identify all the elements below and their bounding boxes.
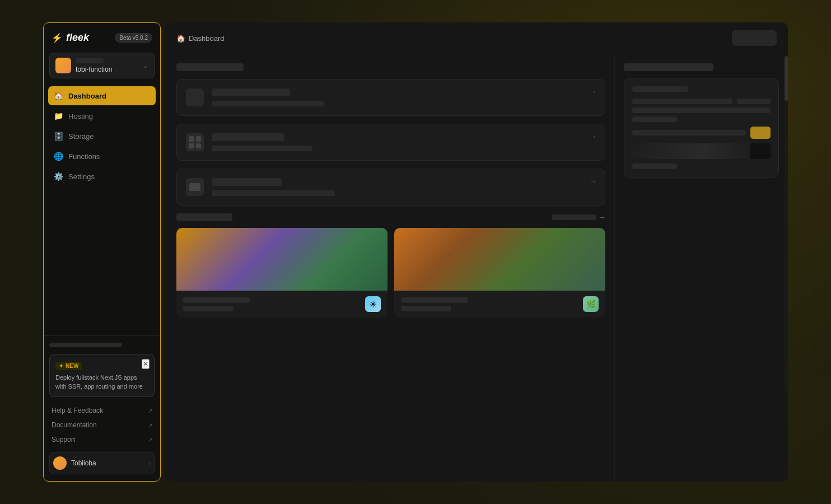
service-card-subtitle-2 bbox=[212, 146, 312, 151]
external-link-icon-3: ↗ bbox=[148, 437, 152, 443]
home-icon: 🏠 bbox=[54, 91, 63, 100]
service-card-icon-3 bbox=[186, 178, 204, 196]
right-card-badge bbox=[750, 127, 771, 139]
template-name-2 bbox=[401, 297, 468, 303]
right-panel-card bbox=[624, 78, 779, 178]
sidebar-item-label-settings: Settings bbox=[68, 172, 95, 181]
storage-icon: 🗄️ bbox=[54, 132, 63, 141]
promo-bar bbox=[49, 343, 122, 347]
breadcrumb: 🏠 Dashboard bbox=[176, 34, 225, 43]
footer-links: Help & Feedback ↗ Documentation ↗ Suppor… bbox=[49, 404, 155, 446]
section-title-skeleton bbox=[176, 63, 244, 71]
right-card-stat-1 bbox=[632, 99, 732, 104]
template-card-info-2 bbox=[401, 297, 468, 311]
header-action-button[interactable] bbox=[732, 30, 777, 46]
service-card-1[interactable]: → bbox=[176, 79, 605, 116]
service-card-title-3 bbox=[212, 178, 282, 186]
right-card-stat-4 bbox=[632, 116, 677, 122]
service-card-2[interactable]: → bbox=[176, 124, 605, 161]
right-card-stats-row bbox=[632, 99, 771, 104]
main-content: 🏠 Dashboard → bbox=[165, 22, 788, 482]
service-card-arrow-3: → bbox=[589, 177, 597, 186]
chevron-down-icon: ⌄ bbox=[143, 62, 148, 69]
sidebar-item-settings[interactable]: ⚙️ Settings bbox=[48, 167, 156, 186]
avatar bbox=[53, 456, 67, 470]
sidebar-item-functions[interactable]: 🌐 Functions bbox=[48, 147, 156, 166]
view-all-arrow-icon: → bbox=[599, 213, 605, 221]
settings-icon: ⚙️ bbox=[54, 172, 63, 181]
template-card-2[interactable]: 🌿 bbox=[394, 228, 605, 318]
documentation-link[interactable]: Documentation ↗ bbox=[49, 418, 155, 432]
version-badge: Beta v5.0.2 bbox=[115, 33, 152, 43]
project-selector[interactable]: tobi-function ⌄ bbox=[49, 53, 155, 78]
sidebar-item-label-functions: Functions bbox=[68, 152, 100, 161]
service-card-title-2 bbox=[212, 133, 284, 141]
scrollbar[interactable] bbox=[785, 56, 788, 392]
user-name: Tobiloba bbox=[71, 459, 144, 467]
main-header: 🏠 Dashboard bbox=[165, 22, 788, 54]
service-card-icon-1 bbox=[186, 88, 204, 106]
project-info: tobi-function bbox=[76, 58, 138, 73]
template-card-info-1 bbox=[183, 297, 250, 311]
breadcrumb-home-icon: 🏠 bbox=[176, 34, 185, 43]
right-card-stats-row-2 bbox=[632, 108, 771, 113]
template-card-gradient-1 bbox=[176, 228, 388, 291]
functions-icon: 🌐 bbox=[54, 152, 63, 161]
sidebar-item-label-dashboard: Dashboard bbox=[68, 92, 106, 100]
logo-icon: ⚡ bbox=[52, 32, 63, 43]
right-panel bbox=[614, 54, 788, 482]
template-app-icon-2: 🌿 bbox=[583, 296, 599, 312]
external-link-icon: ↗ bbox=[148, 408, 152, 414]
sidebar-item-label-hosting: Hosting bbox=[68, 112, 93, 120]
app-logo: ⚡ fleek bbox=[52, 32, 89, 44]
service-card-arrow-1: → bbox=[589, 87, 597, 96]
user-profile[interactable]: Tobiloba › bbox=[49, 452, 155, 474]
new-feature-banner: ✦ NEW ✕ Deploy fullstack Next.JS apps wi… bbox=[49, 354, 155, 397]
right-card-footer-stat bbox=[632, 164, 677, 169]
service-card-content-1 bbox=[212, 88, 596, 106]
banner-close-button[interactable]: ✕ bbox=[142, 359, 150, 369]
template-app-icon-1: ☀ bbox=[365, 296, 381, 312]
sidebar-nav: 🏠 Dashboard 📁 Hosting 🗄️ Storage 🌐 Funct… bbox=[44, 86, 160, 335]
external-link-icon-2: ↗ bbox=[148, 422, 152, 428]
template-card-footer-2: 🌿 bbox=[394, 291, 605, 318]
hosting-icon: 📁 bbox=[54, 111, 63, 120]
breadcrumb-label: Dashboard bbox=[189, 34, 225, 43]
template-card-gradient-2 bbox=[394, 228, 605, 291]
sidebar-item-hosting[interactable]: 📁 Hosting bbox=[48, 106, 156, 125]
sidebar-header: ⚡ fleek Beta v5.0.2 bbox=[44, 32, 160, 53]
sidebar-item-dashboard[interactable]: 🏠 Dashboard bbox=[48, 86, 156, 105]
service-card-subtitle-3 bbox=[212, 190, 335, 196]
banner-text: Deploy fullstack Next.JS apps with SSR, … bbox=[55, 374, 148, 391]
right-card-stat-5 bbox=[632, 130, 746, 136]
template-cards: ☀ bbox=[176, 228, 605, 318]
templates-section: → bbox=[176, 213, 605, 318]
right-card-title bbox=[632, 86, 688, 92]
sidebar: ⚡ fleek Beta v5.0.2 tobi-function ⌄ 🏠 Da… bbox=[43, 22, 161, 482]
view-all-skeleton bbox=[552, 214, 596, 220]
sidebar-item-label-storage: Storage bbox=[68, 132, 94, 141]
right-card-progress-fill bbox=[632, 143, 750, 159]
user-chevron-icon: › bbox=[148, 460, 151, 466]
template-detail-1 bbox=[183, 306, 234, 311]
service-card-arrow-2: → bbox=[589, 132, 597, 141]
template-card-1[interactable]: ☀ bbox=[176, 228, 388, 318]
right-card-badge-row bbox=[632, 127, 771, 139]
project-avatar bbox=[55, 58, 71, 73]
right-section-title bbox=[624, 63, 713, 71]
main-left-panel: → → bbox=[165, 54, 614, 482]
service-card-content-3 bbox=[212, 178, 596, 196]
help-feedback-link[interactable]: Help & Feedback ↗ bbox=[49, 404, 155, 417]
sidebar-item-storage[interactable]: 🗄️ Storage bbox=[48, 127, 156, 146]
service-card-3[interactable]: → bbox=[176, 169, 605, 206]
project-label bbox=[76, 58, 104, 63]
main-body: → → bbox=[165, 54, 788, 482]
service-card-subtitle-1 bbox=[212, 101, 324, 106]
support-link[interactable]: Support ↗ bbox=[49, 433, 155, 446]
view-all-link[interactable]: → bbox=[552, 213, 605, 221]
service-card-icon-2 bbox=[186, 133, 204, 151]
right-card-row-3 bbox=[632, 116, 771, 122]
logo-text: fleek bbox=[66, 32, 89, 44]
template-name-1 bbox=[183, 297, 250, 303]
scrollbar-thumb bbox=[785, 56, 788, 101]
